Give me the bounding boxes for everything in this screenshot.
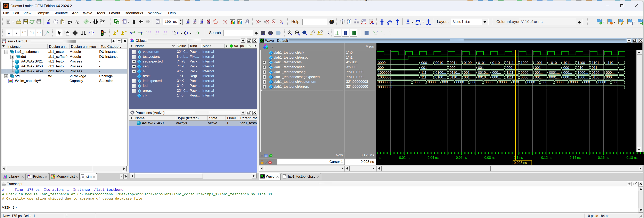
svg-text:1100: 1100 [578, 61, 585, 65]
svg-text:000...: 000... [542, 80, 550, 84]
svg-text:0110...: 0110... [450, 75, 460, 79]
svg-text:0100...: 0100... [592, 75, 602, 79]
svg-text:1111...: 1111... [506, 75, 516, 79]
svg-text:000...: 000... [492, 75, 501, 79]
svg-text:0011: 0011 [450, 61, 457, 65]
svg-text:0100...: 0100... [436, 71, 446, 75]
svg-text:0 ns: 0 ns [377, 156, 381, 159]
svg-text:000...: 000... [513, 80, 522, 84]
svg-text:000: 000 [378, 66, 384, 70]
svg-text:0.04 ns: 0.04 ns [428, 156, 438, 159]
svg-text:001...: 001... [535, 71, 544, 75]
svg-text:0000...: 0000... [485, 80, 495, 84]
svg-text:P: P [231, 20, 232, 22]
svg-text:000: 000 [450, 66, 455, 70]
svg-text:0111: 0111 [506, 61, 514, 65]
svg-text:010: 010 [578, 66, 583, 70]
svg-text:111...: 111... [421, 71, 429, 75]
svg-text:000...: 000... [492, 71, 501, 75]
svg-text:0100: 0100 [464, 61, 472, 65]
svg-text:0000...: 0000... [556, 80, 566, 84]
svg-text:0.12 ns: 0.12 ns [541, 156, 552, 159]
svg-text:1001: 1001 [535, 61, 543, 65]
svg-text:00000000: 00000000 [378, 80, 394, 84]
svg-text:001: 001 [421, 66, 427, 70]
svg-text:000...: 000... [563, 75, 572, 79]
svg-text:000...: 000... [606, 75, 615, 79]
svg-text:0.02 ns: 0.02 ns [399, 156, 410, 159]
svg-text:0000: 0000 [378, 61, 386, 65]
svg-text:000...: 000... [442, 80, 451, 84]
svg-text:001...: 001... [464, 75, 472, 79]
svg-text:0110...: 0110... [450, 71, 460, 75]
svg-text:1000000: 1000000 [378, 71, 392, 75]
svg-text:00000000: 00000000 [378, 85, 394, 89]
svg-text:0.06 ns: 0.06 ns [456, 156, 467, 159]
svg-text:1000...: 1000... [578, 71, 588, 75]
svg-text:0.14 ns: 0.14 ns [570, 156, 581, 159]
svg-text:001: 001 [478, 66, 484, 70]
svg-text:0100...: 0100... [436, 75, 446, 79]
svg-text:011: 011 [592, 66, 597, 70]
svg-text:000: 000 [506, 66, 512, 70]
svg-text:0000...: 0000... [456, 80, 467, 84]
svg-text:0001...: 0001... [549, 75, 560, 79]
svg-text:001...: 001... [464, 71, 472, 75]
svg-text:?: ? [330, 19, 332, 22]
svg-text:1000000: 1000000 [378, 75, 392, 79]
svg-text:0010...: 0010... [478, 75, 489, 79]
svg-text:0000...: 0000... [521, 75, 532, 79]
svg-text:000...: 000... [470, 80, 479, 84]
svg-text:1110: 1110 [606, 61, 613, 65]
svg-text:0.16 ns: 0.16 ns [598, 156, 609, 159]
svg-text:0000...: 0000... [499, 80, 510, 84]
svg-text:1101: 1101 [592, 61, 599, 65]
svg-text:001: 001 [535, 66, 541, 70]
svg-text:?: ? [348, 20, 350, 23]
svg-text:000...: 000... [563, 71, 572, 75]
svg-text:000...: 000... [613, 80, 622, 84]
svg-text:0000...: 0000... [527, 80, 538, 84]
svg-text:000: 000 [563, 66, 569, 70]
svg-text:0001...: 0001... [549, 71, 560, 75]
svg-text:0.18 ns: 0.18 ns [626, 156, 638, 159]
svg-text:0000...: 0000... [570, 80, 581, 84]
svg-text:0010: 0010 [436, 61, 443, 65]
svg-text:0000...: 0000... [521, 71, 532, 75]
svg-text:0.1 ns: 0.1 ns [514, 156, 523, 159]
svg-text:0000...: 0000... [428, 80, 438, 84]
svg-text:0.098 ns: 0.098 ns [514, 161, 527, 165]
svg-text:1000: 1000 [521, 61, 528, 65]
svg-text:1011: 1011 [563, 61, 571, 65]
svg-text:1111...: 1111... [506, 71, 516, 75]
svg-text:M: M [238, 20, 240, 22]
svg-text:0101: 0101 [478, 61, 486, 65]
svg-text:001...: 001... [535, 75, 544, 79]
svg-text:0110: 0110 [492, 61, 500, 65]
svg-text:0100...: 0100... [592, 71, 602, 75]
svg-text:1000...: 1000... [578, 75, 588, 79]
svg-text:0001: 0001 [421, 61, 429, 65]
svg-text:1010: 1010 [549, 61, 557, 65]
svg-text:000...: 000... [606, 71, 615, 75]
svg-text:0000...: 0000... [598, 80, 609, 84]
svg-text:0000...: 0000... [414, 80, 424, 84]
svg-text:0.08 ns: 0.08 ns [484, 156, 495, 159]
svg-text:111...: 111... [421, 75, 429, 79]
svg-text:0010...: 0010... [478, 71, 489, 75]
svg-text:000...: 000... [584, 80, 593, 84]
